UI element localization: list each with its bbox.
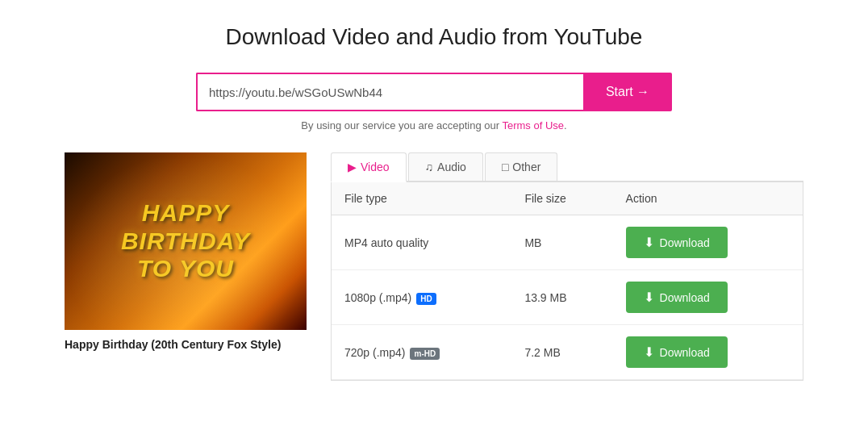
quality-badge-1: HD <box>416 293 436 305</box>
audio-tab-icon: ♫ <box>425 161 434 173</box>
table-container: File typeFile sizeAction MP4 auto qualit… <box>331 182 803 381</box>
page-wrapper: Download Video and Audio from YouTube St… <box>0 0 868 405</box>
download-label-2: Download <box>660 346 710 359</box>
file-type-label-0: MP4 auto quality <box>344 236 428 249</box>
file-type-cell-2: 720p (.mp4)m-HD <box>332 325 511 380</box>
terms-text: By using our service you are accepting o… <box>65 119 803 131</box>
table-row: 720p (.mp4)m-HD7.2 MB⬇Download <box>332 325 803 380</box>
page-title: Download Video and Audio from YouTube <box>65 24 803 50</box>
file-size-cell-2: 7.2 MB <box>511 325 612 380</box>
download-icon-1: ⬇ <box>644 290 654 305</box>
file-type-label-2: 720p (.mp4) <box>344 346 405 359</box>
other-tab-label: Other <box>512 161 540 173</box>
file-type-label-1: 1080p (.mp4) <box>344 291 411 304</box>
table-row: 1080p (.mp4)HD13.9 MB⬇Download <box>332 270 803 325</box>
action-cell-2: ⬇Download <box>613 325 803 380</box>
download-button-1[interactable]: ⬇Download <box>626 282 728 313</box>
tabs-bar: ▶Video♫Audio□Other <box>331 152 803 182</box>
quality-badge-2: m-HD <box>410 348 440 360</box>
results-section: ▶Video♫Audio□Other File typeFile sizeAct… <box>331 152 803 381</box>
file-size-cell-0: MB <box>511 215 612 270</box>
download-button-2[interactable]: ⬇Download <box>626 336 728 368</box>
tab-other[interactable]: □Other <box>485 152 557 181</box>
download-icon-2: ⬇ <box>644 344 654 360</box>
results-table: File typeFile sizeAction MP4 auto qualit… <box>332 182 803 380</box>
thumbnail-section: HAPPY BIRTHDAY TO YOU Happy Birthday (20… <box>65 152 307 351</box>
terms-link[interactable]: Terms of Use <box>502 119 564 131</box>
action-cell-1: ⬇Download <box>613 270 803 325</box>
video-title: Happy Birthday (20th Century Fox Style) <box>65 338 307 351</box>
file-type-cell-0: MP4 auto quality <box>332 215 511 270</box>
start-button[interactable]: Start → <box>583 73 672 111</box>
terms-prefix: By using our service you are accepting o… <box>301 119 502 131</box>
search-bar: Start → <box>65 73 803 111</box>
tab-audio[interactable]: ♫Audio <box>408 152 483 181</box>
terms-suffix: . <box>564 119 567 131</box>
download-label-0: Download <box>660 236 710 249</box>
video-tab-icon: ▶ <box>348 161 357 173</box>
download-label-1: Download <box>660 291 710 304</box>
start-label: Start → <box>606 85 649 99</box>
download-icon-0: ⬇ <box>644 235 654 250</box>
url-input[interactable] <box>196 73 583 111</box>
other-tab-icon: □ <box>502 161 508 173</box>
col-header-file-size: File size <box>511 182 612 215</box>
action-cell-0: ⬇Download <box>613 215 803 270</box>
file-size-cell-1: 13.9 MB <box>511 270 612 325</box>
content-area: HAPPY BIRTHDAY TO YOU Happy Birthday (20… <box>65 152 803 381</box>
file-type-cell-1: 1080p (.mp4)HD <box>332 270 511 325</box>
download-button-0[interactable]: ⬇Download <box>626 227 728 258</box>
col-header-action: Action <box>613 182 803 215</box>
light-rays-decoration <box>65 152 307 330</box>
col-header-file-type: File type <box>332 182 511 215</box>
video-tab-label: Video <box>361 161 390 173</box>
tab-video[interactable]: ▶Video <box>331 152 407 182</box>
audio-tab-label: Audio <box>437 161 466 173</box>
table-row: MP4 auto qualityMB⬇Download <box>332 215 803 270</box>
thumbnail-image: HAPPY BIRTHDAY TO YOU <box>65 152 307 330</box>
